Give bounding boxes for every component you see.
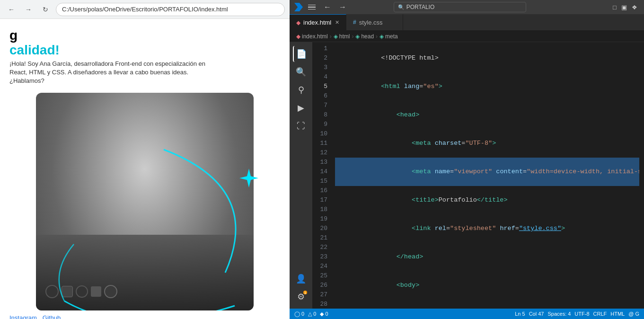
line-num-15: 15	[312, 177, 327, 186]
vscode-layout: 📄 🔍 ⚲ ▶ ⛶ 👤 ⚙ 1 1 2 3 4 5 6	[290, 42, 644, 309]
vscode-panel: ← → 🔍 PORTALIO □ ▣ ❖ ◆ index.html ✕ # st…	[290, 0, 644, 319]
statusbar-warnings[interactable]: △ 0	[308, 311, 316, 317]
editor-area[interactable]: 1 2 3 4 5 6 7 8 9 10 11 12 13 14 15 16 1	[312, 42, 644, 309]
layout-button-3[interactable]: ❖	[630, 3, 639, 12]
line-num-1: 1	[312, 44, 327, 53]
line-num-10: 10	[312, 129, 327, 139]
tab-index-html[interactable]: ◆ index.html ✕	[290, 14, 346, 30]
line-num-9: 9	[312, 120, 327, 129]
activity-bar: 📄 🔍 ⚲ ▶ ⛶ 👤 ⚙ 1	[290, 42, 312, 309]
statusbar-language[interactable]: HTML	[610, 311, 625, 317]
statusbar-left: ◯ 0 △ 0 ◆ 0	[294, 311, 328, 317]
vscode-statusbar: ◯ 0 △ 0 ◆ 0 Ln 5 Col 47 Spaces: 4 UTF-8 …	[290, 309, 644, 319]
code-line-2: <html lang="es">	[335, 72, 639, 101]
code-line-3: <head>	[335, 101, 639, 129]
breadcrumb-index-html[interactable]: ◆ index.html	[296, 33, 328, 40]
statusbar-ln-col[interactable]: Ln 5	[515, 311, 525, 317]
code-line-6: <title>Portafolio</title>	[335, 186, 639, 214]
titlebar-search-box[interactable]: 🔍 PORTALIO	[394, 2, 526, 12]
statusbar-encoding[interactable]: UTF-8	[574, 311, 589, 317]
titlebar-nav: ← →	[321, 2, 349, 12]
line-num-8: 8	[312, 110, 327, 120]
search-text: PORTALIO	[406, 4, 435, 10]
back-button[interactable]: ←	[5, 3, 18, 16]
line-num-13: 13	[312, 158, 327, 167]
settings-button[interactable]: ⚙ 1	[293, 289, 309, 305]
vscode-tabs: ◆ index.html ✕ # style.css	[290, 14, 644, 31]
line-num-3: 3	[312, 63, 327, 72]
refresh-button[interactable]: ↻	[39, 3, 52, 16]
page-heading: g calidad!	[9, 28, 280, 58]
heading-prefix: g	[9, 28, 18, 43]
statusbar-line-ending[interactable]: CRLF	[593, 311, 607, 317]
line-num-5: 5	[312, 82, 327, 91]
code-content[interactable]: 1 2 3 4 5 6 7 8 9 10 11 12 13 14 15 16 1	[312, 42, 644, 309]
line-num-12: 12	[312, 148, 327, 158]
css-file-icon: #	[353, 19, 356, 26]
sparkle-icon	[239, 168, 258, 187]
forward-button[interactable]: →	[22, 3, 35, 16]
statusbar-spaces[interactable]: Spaces: 4	[547, 311, 571, 317]
page-subtitle: ¡Hola! Soy Ana García, desarrolladora Fr…	[9, 60, 218, 86]
html-file-icon: ◆	[296, 19, 300, 26]
search-activity-button[interactable]: 🔍	[293, 64, 309, 80]
scrollbar-track[interactable]	[639, 42, 644, 309]
breadcrumb-sep-3: ›	[376, 33, 378, 40]
statusbar-errors[interactable]: ◯ 0	[294, 311, 304, 317]
titlebar-back-button[interactable]: ←	[321, 2, 334, 12]
breadcrumb-sep-2: ›	[352, 33, 353, 40]
line-num-17: 17	[312, 195, 327, 205]
titlebar-layout-buttons: □ ▣ ❖	[611, 3, 639, 12]
breadcrumb-meta[interactable]: ◈ meta	[379, 33, 398, 40]
address-bar[interactable]	[56, 3, 285, 16]
line-num-23: 23	[312, 252, 327, 262]
breadcrumb-sep-1: ›	[330, 33, 332, 40]
vscode-logo-icon	[294, 3, 303, 11]
statusbar-right: Ln 5 Col 47 Spaces: 4 UTF-8 CRLF HTML @ …	[515, 311, 639, 317]
tab-html-close-button[interactable]: ✕	[335, 19, 339, 26]
code-line-9: <body>	[335, 271, 639, 300]
code-line-5: <meta name="viewport" content="width=dev…	[335, 158, 639, 186]
explorer-button[interactable]: 📄	[293, 46, 309, 62]
statusbar-git[interactable]: ◆ 0	[320, 311, 328, 317]
line-num-20: 20	[312, 224, 327, 233]
breadcrumb-head[interactable]: ◈ head	[355, 33, 374, 40]
browser-toolbar: ← → ↻	[0, 0, 290, 19]
statusbar-col: Col 47	[529, 311, 544, 317]
run-debug-button[interactable]: ▶	[293, 100, 309, 116]
portrait-image	[36, 93, 254, 310]
browser-content: g calidad! ¡Hola! Soy Ana García, desarr…	[0, 19, 290, 319]
extensions-button[interactable]: ⛶	[293, 118, 309, 134]
line-num-11: 11	[312, 139, 327, 148]
line-num-27: 27	[312, 290, 327, 300]
line-numbers: 1 2 3 4 5 6 7 8 9 10 11 12 13 14 15 16 1	[312, 42, 331, 309]
tab-css-label: style.css	[359, 19, 383, 26]
portrait-container	[36, 93, 254, 310]
code-lines[interactable]: <!DOCTYPE html> <html lang="es"> <head> …	[331, 42, 639, 309]
titlebar-forward-button[interactable]: →	[336, 2, 349, 12]
code-line-10: <header></header>	[335, 300, 639, 309]
account-button[interactable]: 👤	[293, 271, 309, 287]
breadcrumb: ◆ index.html › ◈ html › ◈ head › ◈ meta	[290, 31, 644, 42]
hamburger-menu-button[interactable]	[307, 2, 317, 12]
vscode-titlebar: ← → 🔍 PORTALIO □ ▣ ❖	[290, 0, 644, 14]
line-num-24: 24	[312, 262, 327, 271]
line-num-25: 25	[312, 271, 327, 281]
tab-style-css[interactable]: # style.css	[346, 14, 403, 30]
bottom-links: Instagram Github	[9, 314, 280, 319]
line-num-6: 6	[312, 91, 327, 101]
instagram-link[interactable]: Instagram	[9, 314, 37, 319]
line-num-18: 18	[312, 205, 327, 214]
split-editor-button[interactable]: □	[611, 3, 618, 12]
code-line-1: <!DOCTYPE html>	[335, 44, 639, 72]
code-line-7: <link rel="stylesheet" href="style.css">	[335, 214, 639, 243]
line-num-22: 22	[312, 243, 327, 252]
github-link[interactable]: Github	[43, 314, 61, 319]
line-num-19: 19	[312, 214, 327, 224]
breadcrumb-html[interactable]: ◈ html	[334, 33, 350, 40]
line-num-21: 21	[312, 233, 327, 243]
source-control-button[interactable]: ⚲	[293, 82, 309, 98]
layout-button-2[interactable]: ▣	[619, 3, 629, 12]
heading-cyan: calidad!	[9, 43, 60, 57]
statusbar-git-branch[interactable]: @ G	[628, 311, 639, 317]
